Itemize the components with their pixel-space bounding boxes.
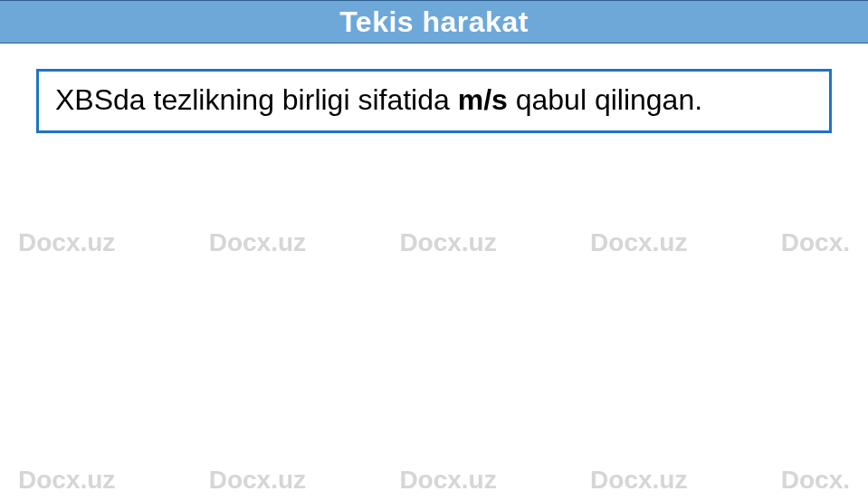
page-title: Tekis harakat [339,5,529,39]
content-box: XBSda tezlikning birligi sifatida m/s qa… [36,69,832,133]
content-suffix: qabul qilingan. [508,83,702,116]
watermark: Docx.uz [399,466,496,495]
watermark: Docx. [781,466,850,495]
watermark: Docx.uz [209,228,306,257]
content-prefix: XBSda tezlikning birligi sifatida [55,83,458,116]
watermark: Docx.uz [209,466,306,495]
watermark: Docx. [781,228,850,257]
watermark: Docx.uz [399,228,496,257]
content-text: XBSda tezlikning birligi sifatida m/s qa… [55,81,813,120]
watermark: Docx.uz [590,228,687,257]
header-bar: Tekis harakat [0,0,868,43]
content-bold-unit: m/s [458,83,508,116]
watermark: Docx.uz [18,466,115,495]
watermark: Docx.uz [590,466,687,495]
watermark: Docx.uz [18,228,115,257]
